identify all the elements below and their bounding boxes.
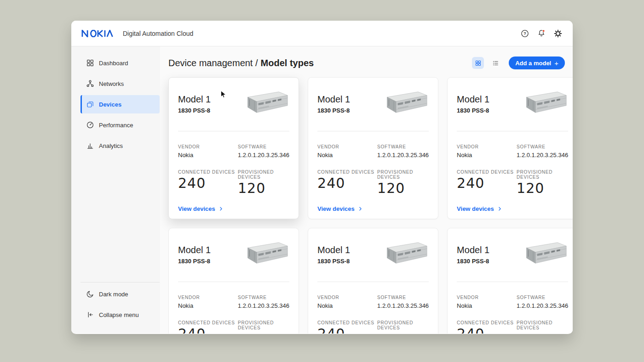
sidebar-item-analytics[interactable]: Analytics xyxy=(80,136,160,155)
model-name: Model 1 xyxy=(457,93,489,105)
vendor-label: VENDOR xyxy=(317,144,377,149)
provisioned-devices-count: 120 xyxy=(238,181,289,196)
model-type: 1830 PSS-8 xyxy=(457,107,489,114)
connected-devices-count: 240 xyxy=(457,176,517,191)
card-titles: Model 1 1830 PSS-8 xyxy=(178,244,211,266)
card-divider xyxy=(178,131,289,131)
chevron-right-icon xyxy=(357,206,363,212)
card-header: Model 1 1830 PSS-8 xyxy=(178,237,289,266)
provisioned-devices-label: PROVISIONED DEVICES xyxy=(377,320,429,330)
vendor-label: VENDOR xyxy=(178,295,238,300)
provisioned-devices-count: 120 xyxy=(238,332,289,334)
provisioned-devices-label: PROVISIONED DEVICES xyxy=(238,320,289,330)
top-bar: Digital Automation Cloud ? xyxy=(71,21,573,46)
card-details: VENDOR Nokia SOFTWARE 1.2.0.1.20.3.25.34… xyxy=(317,144,429,196)
view-devices-label: View devices xyxy=(317,205,355,212)
vendor-value: Nokia xyxy=(317,152,377,158)
provisioned-devices-count: 120 xyxy=(517,181,568,196)
help-button[interactable]: ? xyxy=(518,27,531,40)
vendor-value: Nokia xyxy=(178,302,238,309)
software-value: 1.2.0.1.20.3.25.346 xyxy=(238,302,289,309)
card-header: Model 1 1830 PSS-8 xyxy=(317,86,429,115)
vendor-field: VENDOR Nokia xyxy=(457,144,517,158)
card-titles: Model 1 1830 PSS-8 xyxy=(457,244,489,266)
nokia-logo xyxy=(80,30,115,37)
grid-view-icon xyxy=(475,60,482,67)
provisioned-devices-label: PROVISIONED DEVICES xyxy=(517,170,568,180)
model-card[interactable]: Model 1 1830 PSS-8 VENDOR xyxy=(168,228,299,334)
desktop-background: Digital Automation Cloud ? xyxy=(0,0,644,362)
dark-mode-label: Dark mode xyxy=(99,291,128,298)
vendor-label: VENDOR xyxy=(317,295,377,300)
grid-view-button[interactable] xyxy=(472,57,484,69)
app-window: Digital Automation Cloud ? xyxy=(71,21,573,334)
server-device-image xyxy=(522,90,568,115)
topbar-icons: ? xyxy=(518,27,564,40)
sidebar-item-networks[interactable]: Networks xyxy=(80,74,160,93)
breadcrumb-root[interactable]: Device management / xyxy=(168,58,258,68)
model-card[interactable]: Model 1 1830 PSS-8 VENDOR xyxy=(447,77,573,219)
card-header: Model 1 1830 PSS-8 xyxy=(457,86,568,115)
software-field: SOFTWARE 1.2.0.1.20.3.25.346 xyxy=(517,144,568,158)
analytics-icon xyxy=(86,141,94,150)
sidebar-divider xyxy=(80,282,160,283)
connected-devices-count: 240 xyxy=(178,176,238,191)
server-device-image xyxy=(243,240,289,266)
dark-mode-toggle[interactable]: Dark mode xyxy=(80,285,160,303)
card-divider xyxy=(457,282,568,282)
collapse-menu-button[interactable]: Collapse menu xyxy=(80,305,160,324)
card-titles: Model 1 1830 PSS-8 xyxy=(457,93,489,115)
sidebar-item-label: Networks xyxy=(99,80,124,87)
connected-devices-label: CONNECTED DEVICES xyxy=(178,170,238,175)
model-card[interactable]: Model 1 1830 PSS-8 VENDOR xyxy=(168,77,299,219)
gear-icon xyxy=(553,29,563,38)
card-titles: Model 1 1830 PSS-8 xyxy=(317,93,350,115)
settings-button[interactable] xyxy=(552,27,564,40)
software-field: SOFTWARE 1.2.0.1.20.3.25.346 xyxy=(377,295,429,309)
model-card[interactable]: Model 1 1830 PSS-8 VENDOR xyxy=(308,228,438,334)
card-details: VENDOR Nokia SOFTWARE 1.2.0.1.20.3.25.34… xyxy=(317,295,429,334)
brand-row: Digital Automation Cloud xyxy=(80,30,193,37)
card-divider xyxy=(457,131,568,131)
card-titles: Model 1 1830 PSS-8 xyxy=(178,93,211,115)
add-model-button[interactable]: Add a model + xyxy=(509,57,565,69)
connected-devices-count: 240 xyxy=(457,327,517,334)
connected-devices-field: CONNECTED DEVICES 240 xyxy=(317,320,377,334)
app-body: Dashboard Networks Devices xyxy=(71,46,573,334)
server-device-image xyxy=(243,90,289,115)
notifications-button[interactable] xyxy=(535,27,548,40)
connected-devices-count: 240 xyxy=(317,176,377,191)
view-devices-link[interactable]: View devices xyxy=(317,205,363,212)
provisioned-devices-field: PROVISIONED DEVICES 120 xyxy=(238,170,289,196)
model-type: 1830 PSS-8 xyxy=(317,258,350,265)
software-label: SOFTWARE xyxy=(377,144,429,149)
vendor-value: Nokia xyxy=(457,302,517,309)
model-name: Model 1 xyxy=(178,93,211,105)
software-label: SOFTWARE xyxy=(238,295,289,300)
model-type: 1830 PSS-8 xyxy=(178,107,211,114)
view-devices-link[interactable]: View devices xyxy=(178,205,224,212)
sidebar-item-devices[interactable]: Devices xyxy=(80,95,160,113)
connected-devices-count: 240 xyxy=(178,327,238,334)
model-name: Model 1 xyxy=(317,93,350,105)
view-devices-link[interactable]: View devices xyxy=(457,205,503,212)
sidebar-item-dashboard[interactable]: Dashboard xyxy=(80,54,160,72)
mouse-cursor xyxy=(220,90,227,99)
software-label: SOFTWARE xyxy=(377,295,429,300)
card-divider xyxy=(317,282,429,282)
add-model-label: Add a model xyxy=(515,60,551,67)
software-value: 1.2.0.1.20.3.25.346 xyxy=(377,152,429,158)
model-card[interactable]: Model 1 1830 PSS-8 VENDOR xyxy=(308,77,438,219)
card-header: Model 1 1830 PSS-8 xyxy=(178,86,289,115)
provisioned-devices-label: PROVISIONED DEVICES xyxy=(377,170,429,180)
sidebar-footer: Dark mode Collapse menu xyxy=(71,282,160,326)
server-device-image xyxy=(522,240,568,266)
networks-icon xyxy=(86,79,94,88)
sidebar-item-performance[interactable]: Performance xyxy=(80,116,160,134)
page-header: Device management / Model types xyxy=(168,57,565,69)
connected-devices-label: CONNECTED DEVICES xyxy=(457,320,517,325)
list-view-button[interactable] xyxy=(489,57,501,69)
model-name: Model 1 xyxy=(317,244,350,256)
model-card[interactable]: Model 1 1830 PSS-8 VENDOR xyxy=(447,228,573,334)
vendor-label: VENDOR xyxy=(178,144,238,149)
